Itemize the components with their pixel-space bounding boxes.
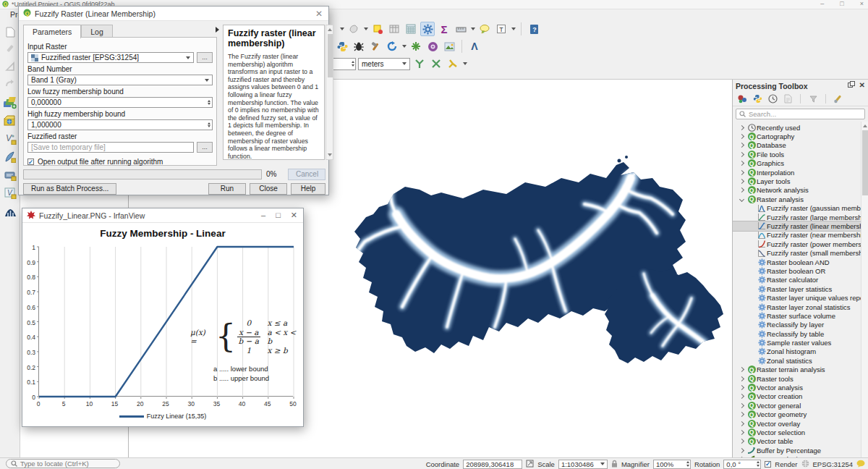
snapping-vertex-icon[interactable] — [412, 56, 427, 71]
help-scrollbar[interactable] — [326, 25, 333, 160]
scale-select[interactable]: 1:1030486 — [558, 460, 608, 469]
statistics-icon[interactable]: Σ — [437, 22, 451, 36]
add-mesh-layer-icon[interactable] — [2, 203, 18, 219]
chevron-right-icon[interactable] — [736, 126, 746, 130]
open-output-checkbox[interactable]: ✓ — [27, 159, 34, 165]
chevron-right-icon[interactable] — [736, 394, 746, 398]
chevron-down-icon[interactable] — [736, 198, 746, 201]
toolbox-tree-item[interactable]: Fuzzify raster (small membership) — [733, 248, 868, 257]
measure-icon[interactable] — [454, 22, 468, 36]
chevron-right-icon[interactable] — [736, 386, 746, 389]
toolbox-tree-item[interactable]: Raster boolean OR — [733, 266, 868, 275]
python-console-icon[interactable] — [335, 39, 349, 54]
crs-value[interactable]: EPSG:31254 — [813, 460, 853, 468]
toolbox-tree-item[interactable]: QVector general — [733, 401, 868, 410]
edit-attributes-icon[interactable] — [370, 22, 385, 36]
refresh-plugin-icon[interactable] — [385, 39, 399, 54]
toolbox-tree-item[interactable]: QVector selection — [733, 428, 868, 436]
minimize-button[interactable]: – — [820, 0, 824, 7]
tab-parameters[interactable]: Parameters — [23, 25, 81, 38]
select-dropdown-icon[interactable] — [340, 28, 344, 30]
chevron-right-icon[interactable] — [736, 368, 746, 371]
georeferencer-icon[interactable] — [442, 39, 456, 54]
toolbox-search-input[interactable]: Search... — [736, 109, 865, 119]
toolbox-tree-item[interactable]: Fuzzify raster (power membership) — [733, 240, 868, 248]
close-button[interactable]: × — [860, 0, 864, 7]
minimize-button[interactable]: – — [261, 211, 265, 220]
magnifier-input[interactable]: 100% — [653, 460, 691, 469]
data-source-manager-icon[interactable] — [2, 95, 18, 111]
render-checkbox[interactable]: ✓ — [765, 461, 771, 468]
extents-toggle-icon[interactable] — [526, 460, 534, 469]
refresh-dropdown-icon[interactable] — [402, 45, 407, 48]
toolbox-tree-item[interactable]: QVector creation — [733, 392, 868, 401]
attribute-table-icon[interactable] — [387, 22, 401, 36]
chevron-right-icon[interactable] — [736, 431, 746, 434]
field-calculator-icon[interactable] — [404, 22, 418, 36]
output-raster-input[interactable]: [Save to temporary file] — [27, 142, 194, 153]
toolbox-tree-item[interactable]: Fuzzify raster (linear membership) — [733, 221, 868, 230]
toolbox-tree-item[interactable]: QRaster terrain analysis — [733, 366, 868, 374]
measure-angle-icon[interactable] — [2, 59, 18, 75]
chevron-right-icon[interactable] — [736, 135, 746, 138]
edit-tool-icon[interactable] — [2, 41, 18, 57]
toolbox-tree-item[interactable]: Sample raster values — [733, 338, 868, 347]
toolbox-tree-item[interactable]: Reclassify by layer — [733, 321, 868, 329]
new-project-icon[interactable] — [2, 24, 18, 40]
undo-tool-icon[interactable] — [2, 76, 18, 92]
toolbox-tree-item[interactable]: QCartography — [733, 132, 868, 140]
close-button[interactable]: ✕ — [291, 211, 297, 220]
messages-icon[interactable] — [856, 460, 865, 469]
add-delimited-text-layer-icon[interactable] — [2, 167, 18, 183]
toolbox-tree-item[interactable]: Raster layer zonal statistics — [733, 303, 868, 311]
chevron-right-icon[interactable] — [736, 422, 746, 426]
disc-tool-icon[interactable] — [425, 39, 440, 54]
chevron-right-icon[interactable] — [736, 161, 746, 165]
band-number-select[interactable]: Band 1 (Gray) — [27, 75, 213, 85]
toolbox-tree-item[interactable]: QRaster analysis — [733, 195, 868, 203]
toolbox-python-icon[interactable] — [752, 93, 763, 105]
snapping-intersection-icon[interactable] — [429, 56, 443, 71]
toolbox-tree-item[interactable]: Raster layer unique values report — [733, 293, 868, 302]
toolbox-options-icon[interactable] — [833, 93, 844, 105]
toolbox-tree-item[interactable]: QVector overlay — [733, 419, 868, 428]
chevron-right-icon[interactable] — [736, 171, 746, 174]
close-dialog-button[interactable]: Close — [250, 183, 287, 195]
add-virtual-layer-icon[interactable]: V — [2, 185, 18, 201]
toolbox-tree-item[interactable]: QVector table — [733, 437, 868, 446]
add-vector-layer-icon[interactable]: V — [2, 131, 18, 147]
snapping-dropdown-icon[interactable] — [463, 62, 467, 65]
toolbox-tree-item[interactable]: QLayer tools — [733, 177, 868, 185]
toolbox-tree-item[interactable]: Fuzzify raster (large membership) — [733, 213, 868, 221]
toolbox-tree-item[interactable]: Raster surface volume — [733, 311, 868, 320]
fuzzify-dialog-titlebar[interactable]: Q Fuzzify Raster (Linear Membership) ✕ — [19, 7, 328, 21]
toolbox-history-icon[interactable] — [767, 93, 778, 105]
close-panel-icon[interactable]: ✕ — [859, 81, 865, 89]
text-annotation-icon[interactable]: T — [494, 22, 509, 36]
high-bound-input[interactable]: 1,000000 — [27, 119, 213, 130]
toolbox-tree-item[interactable]: QVector analysis — [733, 383, 868, 392]
output-raster-browse-button[interactable]: ... — [197, 142, 213, 153]
toolbox-tree-item[interactable]: Recently used — [733, 123, 868, 132]
snapping-mode-icon[interactable] — [446, 56, 460, 71]
toolbox-tree-item[interactable]: Zonal statistics — [733, 356, 868, 365]
toolbox-tree-item[interactable]: Reclassify by table — [733, 329, 868, 338]
help-collapse-icon[interactable] — [216, 27, 219, 33]
chevron-right-icon[interactable] — [736, 377, 746, 381]
chevron-right-icon[interactable] — [736, 143, 746, 147]
chevron-right-icon[interactable] — [736, 188, 746, 192]
measure-dropdown-icon[interactable] — [471, 28, 475, 30]
toolbox-tree-item[interactable]: QVector geometry — [733, 410, 868, 419]
chevron-right-icon[interactable] — [736, 449, 746, 452]
chevron-right-icon[interactable] — [736, 439, 746, 443]
input-raster-select[interactable]: Fuzzified raster [EPSG:31254] — [27, 52, 194, 63]
toolbox-tree-item[interactable]: Raster boolean AND — [733, 258, 868, 266]
toolbox-tree-item[interactable]: Fuzzify raster (near membership) — [733, 231, 868, 240]
coordinate-input[interactable]: 208989,306418 — [463, 460, 522, 469]
lock-scale-icon[interactable] — [611, 460, 618, 469]
deselect-icon[interactable] — [346, 22, 361, 36]
toolbox-tree-item[interactable]: Zonal histogram — [733, 347, 868, 356]
locator-input[interactable]: Type to locate (Ctrl+K) — [6, 459, 120, 468]
toolbox-filter-icon[interactable] — [807, 93, 819, 105]
toolbox-tree-item[interactable]: QDatabase — [733, 141, 868, 150]
